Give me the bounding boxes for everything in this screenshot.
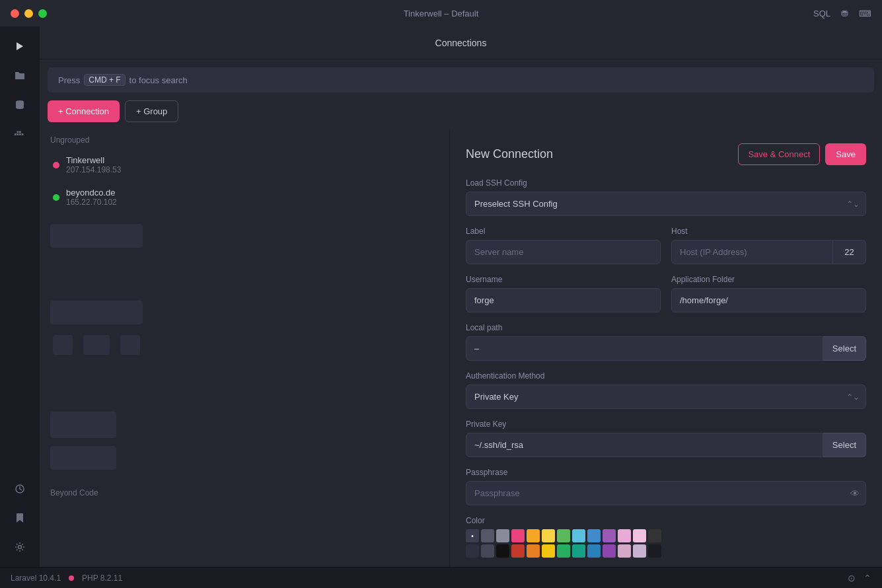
placeholder-block-5 bbox=[50, 446, 116, 470]
app-folder-label: Application Folder bbox=[671, 275, 866, 284]
auth-method-label: Authentication Method bbox=[466, 371, 866, 381]
color-swatch[interactable] bbox=[633, 529, 646, 542]
private-key-input[interactable]: ~/.ssh/id_rsa bbox=[466, 433, 823, 457]
connection-item-tinkerwell[interactable]: Tinkerwell 207.154.198.53 bbox=[48, 149, 441, 181]
placeholder-block-4 bbox=[50, 412, 116, 438]
connection-status-dot bbox=[53, 162, 59, 168]
local-path-input[interactable]: – bbox=[466, 336, 823, 361]
color-swatch[interactable] bbox=[511, 529, 525, 542]
placeholder-block-3c bbox=[120, 335, 140, 355]
color-label: Color bbox=[466, 516, 866, 525]
settings-icon[interactable] bbox=[8, 535, 32, 559]
color-swatch[interactable] bbox=[648, 529, 661, 542]
label-host-row: Label Host 22 bbox=[466, 227, 866, 275]
svg-rect-3 bbox=[17, 133, 19, 135]
color-swatch[interactable] bbox=[466, 544, 479, 558]
search-prefix: Press bbox=[58, 75, 80, 85]
host-field-label: Host bbox=[671, 227, 866, 236]
color-swatch[interactable] bbox=[587, 529, 601, 542]
sql-label[interactable]: SQL bbox=[813, 9, 830, 18]
color-grid-row1: • bbox=[466, 529, 866, 542]
save-connect-button[interactable]: Save & Connect bbox=[738, 143, 820, 165]
color-swatch[interactable] bbox=[496, 544, 509, 558]
new-connection-form: New Connection Save & Connect Save Load … bbox=[449, 130, 882, 567]
color-swatch[interactable] bbox=[527, 544, 540, 558]
app-layout: Connections Press CMD + F to focus searc… bbox=[0, 26, 882, 567]
svg-rect-6 bbox=[17, 131, 19, 133]
auth-method-section: Authentication Method Private Key ⌃⌄ bbox=[466, 371, 866, 409]
color-swatch[interactable] bbox=[481, 544, 494, 558]
close-button[interactable] bbox=[11, 9, 19, 18]
local-path-input-group: – Select bbox=[466, 336, 866, 361]
connection-name: beyondco.de bbox=[66, 188, 436, 198]
form-header-actions: Save & Connect Save bbox=[738, 143, 866, 165]
connection-info: Tinkerwell 207.154.198.53 bbox=[66, 155, 436, 174]
circle-icon[interactable]: ⊙ bbox=[848, 573, 856, 583]
statusbar-right: ⊙ ⌃ bbox=[848, 573, 871, 583]
connection-status-dot bbox=[53, 194, 59, 201]
ssh-config-select-wrapper: Preselect SSH Config ⌃⌄ bbox=[466, 192, 866, 216]
label-section: Label bbox=[466, 227, 661, 264]
save-button[interactable]: Save bbox=[825, 143, 866, 165]
color-swatch[interactable] bbox=[618, 529, 631, 542]
svg-marker-0 bbox=[17, 42, 23, 50]
sidebar-item-folder[interactable] bbox=[8, 63, 32, 87]
minimize-button[interactable] bbox=[24, 9, 33, 18]
color-swatch[interactable] bbox=[511, 544, 525, 558]
private-key-select-button[interactable]: Select bbox=[823, 433, 866, 457]
host-section: Host 22 bbox=[671, 227, 866, 264]
private-key-label: Private Key bbox=[466, 420, 866, 429]
color-swatch[interactable] bbox=[542, 544, 555, 558]
sidebar-item-database[interactable] bbox=[8, 92, 32, 116]
connection-ip: 165.22.70.102 bbox=[66, 198, 436, 207]
sidebar bbox=[0, 26, 40, 567]
color-swatch[interactable] bbox=[587, 544, 601, 558]
sidebar-item-play[interactable] bbox=[8, 34, 32, 58]
username-input[interactable]: forge bbox=[466, 288, 661, 312]
color-swatch[interactable] bbox=[618, 544, 631, 558]
sidebar-item-history[interactable] bbox=[8, 477, 32, 501]
ungrouped-label: Ungrouped bbox=[48, 130, 441, 149]
connection-item-beyondco[interactable]: beyondco.de 165.22.70.102 bbox=[48, 181, 441, 213]
terminal-icon[interactable]: ⌨ bbox=[859, 9, 871, 18]
color-swatch[interactable] bbox=[603, 544, 616, 558]
label-input[interactable] bbox=[466, 240, 661, 264]
color-swatch[interactable] bbox=[527, 529, 540, 542]
color-swatch[interactable] bbox=[481, 529, 494, 542]
svg-rect-4 bbox=[19, 133, 21, 135]
color-swatch[interactable] bbox=[633, 544, 646, 558]
color-swatch[interactable] bbox=[542, 529, 555, 542]
connection-ip: 207.154.198.53 bbox=[66, 165, 436, 174]
host-input[interactable] bbox=[671, 240, 833, 264]
passphrase-wrapper: 👁 bbox=[466, 481, 866, 505]
label-field-label: Label bbox=[466, 227, 661, 236]
color-swatch[interactable] bbox=[496, 529, 509, 542]
sidebar-item-bookmark[interactable] bbox=[8, 506, 32, 530]
color-swatch[interactable] bbox=[557, 544, 570, 558]
color-swatch[interactable] bbox=[557, 529, 570, 542]
passphrase-input[interactable] bbox=[466, 481, 866, 505]
chevron-up-icon[interactable]: ⌃ bbox=[864, 573, 871, 583]
statusbar: Laravel 10.4.1 PHP 8.2.11 ⊙ ⌃ bbox=[0, 567, 882, 588]
add-group-button[interactable]: + Group bbox=[125, 100, 178, 122]
layers-icon[interactable]: ⛃ bbox=[841, 9, 848, 18]
color-swatch[interactable] bbox=[572, 529, 585, 542]
ssh-config-select[interactable]: Preselect SSH Config bbox=[466, 192, 866, 216]
username-label: Username bbox=[466, 275, 661, 284]
add-connection-button[interactable]: + Connection bbox=[48, 100, 120, 122]
port-input[interactable]: 22 bbox=[833, 240, 866, 264]
color-swatch[interactable] bbox=[572, 544, 585, 558]
main-content: Connections Press CMD + F to focus searc… bbox=[40, 26, 882, 567]
local-path-select-button[interactable]: Select bbox=[823, 336, 866, 361]
sidebar-item-docker[interactable] bbox=[8, 122, 32, 145]
color-swatch[interactable] bbox=[603, 529, 616, 542]
local-path-section: Local path – Select bbox=[466, 323, 866, 361]
eye-icon[interactable]: 👁 bbox=[850, 488, 860, 499]
color-swatch[interactable]: • bbox=[466, 529, 479, 542]
php-label: PHP 8.2.11 bbox=[82, 573, 122, 583]
color-swatch[interactable] bbox=[648, 544, 661, 558]
auth-method-select[interactable]: Private Key bbox=[466, 385, 866, 409]
app-folder-input[interactable]: /home/forge/ bbox=[671, 288, 866, 312]
maximize-button[interactable] bbox=[38, 9, 47, 18]
titlebar: Tinkerwell – Default SQL ⛃ ⌨ bbox=[0, 0, 882, 26]
